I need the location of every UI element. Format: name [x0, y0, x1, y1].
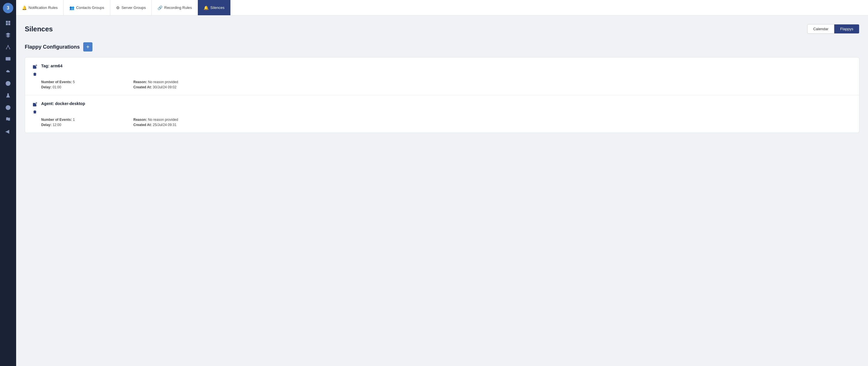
tab-server-groups[interactable]: ⚙ Server Groups [110, 0, 152, 15]
svg-point-0 [7, 45, 8, 46]
card-reason-1: Reason: No reason provided [133, 118, 852, 122]
server-groups-icon: ⚙ [116, 5, 120, 10]
flappy-cards-container: Tag: arm64 Number of Events: 5 Reason: N… [25, 57, 859, 133]
add-flappy-button[interactable]: + [83, 42, 92, 52]
top-navigation: 🔔 Notification Rules 👥 Contacts Groups ⚙… [16, 0, 868, 15]
card-events-1: Number of Events: 1 [41, 118, 128, 122]
tab-recording-rules[interactable]: 🔗 Recording Rules [152, 0, 198, 15]
card-header-0: Tag: arm64 [32, 63, 852, 77]
globe-icon[interactable] [3, 78, 13, 89]
card-events-0: Number of Events: 5 [41, 80, 128, 84]
svg-point-2 [9, 48, 10, 49]
flappy-card-1: Agent: docker-desktop Number of Events: … [25, 95, 859, 133]
page-title: Silences [25, 25, 53, 33]
edit-button-0[interactable] [32, 64, 38, 70]
card-delay-0: Delay: 01:00 [41, 85, 128, 89]
card-tag-1: Agent: docker-desktop [41, 101, 85, 106]
card-delay-1: Delay: 12:00 [41, 123, 128, 127]
svg-rect-5 [6, 57, 11, 61]
view-toggle: Calendar Flappys [807, 24, 859, 34]
monitor-icon[interactable] [3, 54, 13, 64]
section-header: Flappy Configurations + [25, 42, 859, 52]
calendar-view-button[interactable]: Calendar [808, 25, 835, 33]
grid-icon[interactable] [3, 18, 13, 28]
notification-rules-icon: 🔔 [22, 5, 27, 10]
card-header-1: Agent: docker-desktop [32, 101, 852, 115]
page-body: Silences Calendar Flappys Flappy Configu… [16, 15, 868, 366]
card-created-at-1: Created At: 25/Jul/24 09:31 [133, 123, 852, 127]
section-title: Flappy Configurations [25, 44, 80, 50]
avatar[interactable]: 3 [3, 3, 13, 13]
sidebar: 3 [0, 0, 16, 366]
tab-silences[interactable]: 🔔 Silences [198, 0, 230, 15]
svg-point-1 [6, 48, 7, 49]
svg-line-3 [6, 46, 8, 48]
aws-icon[interactable] [3, 66, 13, 76]
card-tag-0: Tag: arm64 [41, 63, 62, 68]
main-content: 🔔 Notification Rules 👥 Contacts Groups ⚙… [16, 0, 868, 366]
delete-button-1[interactable] [32, 109, 38, 115]
card-actions-0 [32, 64, 38, 77]
lab-icon[interactable] [3, 90, 13, 101]
tab-notification-rules[interactable]: 🔔 Notification Rules [16, 0, 64, 15]
flappys-view-button[interactable]: Flappys [834, 25, 859, 33]
card-details-0: Number of Events: 5 Reason: No reason pr… [41, 80, 852, 89]
card-actions-1 [32, 102, 38, 115]
card-created-at-0: Created At: 30/Jul/24 09:02 [133, 85, 852, 89]
nodes-icon[interactable] [3, 42, 13, 53]
contacts-groups-icon: 👥 [69, 5, 74, 10]
svg-point-7 [6, 105, 11, 110]
tab-contacts-groups[interactable]: 👥 Contacts Groups [64, 0, 110, 15]
silences-icon: 🔔 [204, 5, 209, 10]
card-reason-0: Reason: No reason provided [133, 80, 852, 84]
megaphone-icon[interactable] [3, 127, 13, 137]
svg-line-4 [8, 46, 10, 48]
card-details-1: Number of Events: 1 Reason: No reason pr… [41, 118, 852, 127]
page-header: Silences Calendar Flappys [25, 24, 859, 34]
edit-button-1[interactable] [32, 102, 38, 107]
delete-button-0[interactable] [32, 71, 38, 77]
flag-icon[interactable] [3, 114, 13, 125]
check-circle-icon[interactable] [3, 102, 13, 113]
recording-rules-icon: 🔗 [158, 5, 162, 10]
layers-icon[interactable] [3, 30, 13, 40]
flappy-card-0: Tag: arm64 Number of Events: 5 Reason: N… [25, 58, 859, 95]
